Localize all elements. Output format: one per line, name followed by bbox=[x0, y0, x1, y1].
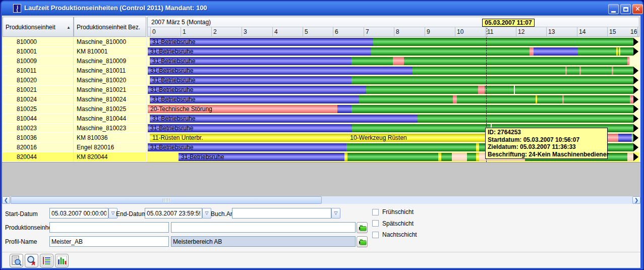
column-header-produktionseinheit[interactable]: Produktionseinheit ▲ bbox=[3, 17, 74, 37]
maximize-button[interactable] bbox=[620, 4, 631, 14]
produktionseinheit-lookup-button[interactable] bbox=[357, 222, 368, 233]
title-bar[interactable]: Laufzeit Produktionseinheiten (Control 2… bbox=[2, 1, 642, 15]
bar-chart-button[interactable] bbox=[55, 254, 69, 267]
checkbox[interactable] bbox=[372, 220, 379, 227]
shift-checkbox-row[interactable]: Nachtschicht bbox=[372, 231, 417, 238]
cell-produktionseinheit[interactable]: 810025 bbox=[3, 104, 74, 114]
cell-bezeichnung[interactable]: KM 820044 bbox=[74, 152, 146, 162]
gantt-segment[interactable] bbox=[452, 153, 467, 161]
checkbox[interactable] bbox=[372, 209, 379, 215]
produktionseinheit-input[interactable] bbox=[49, 222, 169, 233]
list-view-button[interactable] bbox=[40, 254, 53, 267]
gantt-segment[interactable] bbox=[352, 105, 633, 113]
cell-bezeichnung[interactable]: Maschine_810025 bbox=[74, 104, 146, 114]
cell-bezeichnung[interactable]: Maschine_810021 bbox=[74, 85, 146, 95]
table-row[interactable]: 820016Engel 820016 bbox=[3, 143, 146, 152]
produktionseinheit-input2[interactable] bbox=[171, 222, 356, 233]
gantt-segment[interactable] bbox=[413, 67, 565, 75]
gantt-segment[interactable] bbox=[393, 57, 404, 65]
cell-bezeichnung[interactable]: Maschine_810000 bbox=[74, 37, 146, 47]
cell-bezeichnung[interactable]: Maschine_810020 bbox=[74, 76, 146, 85]
gantt-segment[interactable] bbox=[613, 67, 633, 75]
cell-produktionseinheit[interactable]: 810024 bbox=[3, 95, 74, 104]
time-cursor-flag[interactable]: 05.03.2007 11:07 bbox=[482, 19, 535, 27]
profil-lookup-button[interactable] bbox=[357, 236, 368, 247]
gantt-segment[interactable]: 31-Betriebsruhe bbox=[150, 76, 352, 84]
cell-bezeichnung[interactable]: Maschine_810023 bbox=[74, 124, 146, 133]
timeline-header[interactable]: 2007 März 5 (Montag) 0123456789101112131… bbox=[147, 17, 639, 37]
gantt-segment[interactable]: 31-Betriebsruhe bbox=[150, 115, 418, 123]
horizontal-scrollbar[interactable]: ❮ ❯ bbox=[2, 196, 640, 204]
cell-produktionseinheit[interactable]: 810021 bbox=[3, 85, 74, 95]
cell-bezeichnung[interactable]: Maschine_810024 bbox=[74, 95, 146, 104]
gantt-segment[interactable] bbox=[346, 143, 476, 151]
table-row[interactable]: 810025Maschine_810025 bbox=[3, 104, 146, 114]
gantt-segment[interactable] bbox=[620, 47, 633, 56]
cell-produktionseinheit[interactable]: 810001 bbox=[3, 47, 74, 57]
gantt-segment[interactable] bbox=[537, 95, 562, 103]
cell-produktionseinheit[interactable]: 810044 bbox=[3, 114, 74, 124]
cell-produktionseinheit[interactable]: 810023 bbox=[3, 124, 74, 133]
production-unit-table[interactable]: 810000Maschine_810000810001KM 8100018100… bbox=[3, 37, 146, 162]
gantt-segment[interactable] bbox=[578, 47, 616, 56]
table-row[interactable]: 810011Maschine_810011 bbox=[3, 66, 146, 76]
checkbox[interactable] bbox=[372, 232, 379, 238]
table-row[interactable]: 810009Maschine_810009 bbox=[3, 57, 146, 66]
buchart-dropdown[interactable]: ▽ bbox=[331, 208, 340, 219]
scroll-left-button[interactable]: ❮ bbox=[2, 196, 10, 204]
gantt-segment[interactable] bbox=[478, 86, 485, 94]
table-row[interactable]: 810021Maschine_810021 bbox=[3, 85, 146, 95]
close-button[interactable]: ✕ bbox=[632, 4, 643, 14]
gantt-segment[interactable]: 31-Betriebsruhe bbox=[148, 47, 371, 56]
gantt-segment[interactable] bbox=[581, 67, 612, 75]
gantt-segment[interactable] bbox=[567, 67, 579, 75]
gantt-segment[interactable]: 31-Betriebsruhe bbox=[150, 57, 352, 65]
gantt-segment[interactable] bbox=[530, 47, 534, 56]
gantt-segment[interactable]: 31-Betriebsruhe bbox=[148, 124, 352, 132]
gantt-segment[interactable]: 31-Betriebsruhe bbox=[148, 67, 413, 75]
gantt-segment[interactable]: 31-Betriebsruhe bbox=[150, 95, 359, 103]
table-row[interactable]: 810036KM 810036 bbox=[3, 133, 146, 143]
gantt-segment[interactable] bbox=[457, 95, 536, 103]
gantt-segment[interactable] bbox=[371, 47, 530, 56]
gantt-segment[interactable]: 31-Betriebsruhe bbox=[150, 38, 373, 46]
gantt-segment[interactable]: 31-Betriebsruhe bbox=[148, 86, 366, 94]
gantt-segment[interactable] bbox=[564, 95, 630, 103]
gantt-segment[interactable] bbox=[366, 86, 478, 94]
table-row[interactable]: 810001KM 810001 bbox=[3, 47, 146, 57]
cell-produktionseinheit[interactable]: 820016 bbox=[3, 143, 74, 152]
gantt-segment[interactable] bbox=[534, 47, 578, 56]
gantt-segment[interactable] bbox=[359, 95, 453, 103]
profil-bereich-input[interactable] bbox=[171, 236, 356, 247]
gantt-segment[interactable] bbox=[347, 153, 438, 161]
table-row[interactable]: 810023Maschine_810023 bbox=[3, 124, 146, 133]
shift-checkbox-row[interactable]: Spätschicht bbox=[372, 220, 414, 227]
column-header-bezeichnung[interactable]: Produktionseinheit Bez. bbox=[74, 17, 146, 37]
end-date-input[interactable] bbox=[145, 208, 202, 219]
gantt-segment[interactable] bbox=[607, 134, 618, 142]
shift-checkbox-row[interactable]: Frühschicht bbox=[372, 208, 414, 215]
cell-produktionseinheit[interactable]: 810011 bbox=[3, 66, 74, 76]
cell-bezeichnung[interactable]: Engel 820016 bbox=[74, 143, 146, 152]
report-preview-button[interactable] bbox=[10, 254, 23, 267]
gantt-segment[interactable] bbox=[618, 134, 632, 142]
end-date-dropdown[interactable]: ▽ bbox=[202, 208, 211, 219]
table-row[interactable]: 820044KM 820044 bbox=[3, 152, 146, 162]
gantt-segment[interactable] bbox=[352, 124, 491, 132]
gantt-segment[interactable] bbox=[441, 153, 452, 161]
buchart-input[interactable] bbox=[232, 208, 331, 219]
gantt-segment[interactable]: 31-Betriebsruhe bbox=[179, 153, 344, 161]
gantt-segment[interactable]: 31-Betriebsruhe bbox=[148, 143, 346, 151]
profil-name-input[interactable] bbox=[49, 236, 169, 247]
cell-produktionseinheit[interactable]: 810009 bbox=[3, 57, 74, 66]
gantt-segment[interactable] bbox=[404, 57, 627, 65]
gantt-segment[interactable] bbox=[467, 153, 476, 161]
gantt-segment[interactable] bbox=[515, 86, 633, 94]
cell-produktionseinheit[interactable]: 810036 bbox=[3, 133, 74, 143]
cell-bezeichnung[interactable]: KM 810001 bbox=[74, 47, 146, 57]
scrollbar-thumb[interactable] bbox=[11, 196, 322, 204]
table-row[interactable]: 810000Maschine_810000 bbox=[3, 37, 146, 47]
cell-produktionseinheit[interactable]: 820044 bbox=[3, 152, 74, 162]
gantt-segment[interactable] bbox=[418, 115, 633, 123]
zoom-reset-button[interactable] bbox=[25, 254, 38, 267]
